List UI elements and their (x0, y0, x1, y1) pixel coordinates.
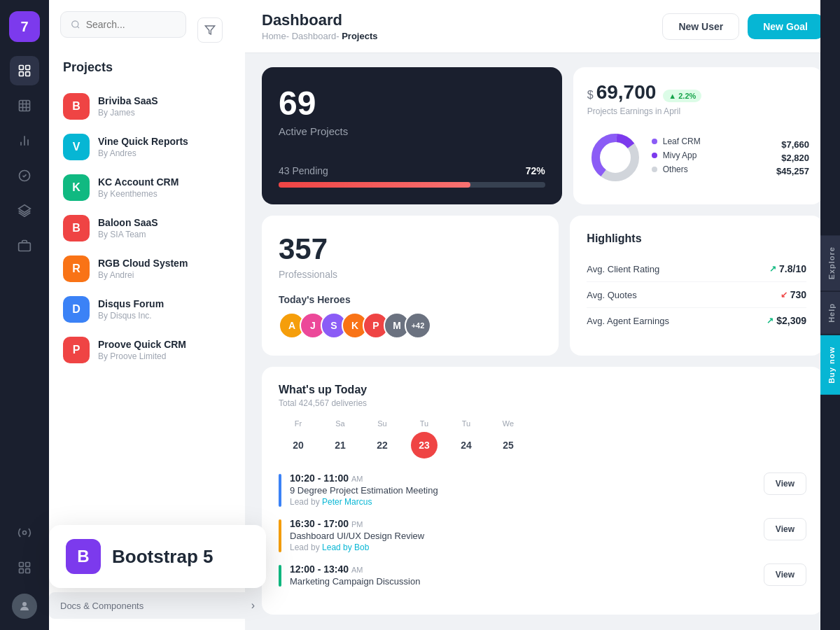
docs-bar[interactable]: Docs & Components › (49, 592, 245, 619)
highlight-label: Avg. Quotes (587, 290, 636, 300)
calendar-day[interactable]: Fr 20 (279, 419, 318, 458)
active-projects-card: 69 Active Projects 43 Pending 72% (262, 67, 562, 204)
event-item: 10:20 - 11:00 AM 9 Degree Project Estima… (279, 472, 806, 507)
events-list: 10:20 - 11:00 AM 9 Degree Project Estima… (279, 472, 806, 587)
project-by: By Andres (98, 148, 231, 158)
new-user-button[interactable]: New User (662, 13, 739, 40)
svg-rect-3 (26, 72, 30, 76)
search-input[interactable] (86, 19, 176, 30)
event-lead: Lead by Lead by Bob (290, 542, 755, 552)
project-logo: D (63, 296, 90, 323)
calendar-day[interactable]: We 25 (489, 419, 528, 458)
event-name: 9 Degree Project Estimation Meeting (290, 485, 755, 496)
sidebar-icon-settings[interactable] (10, 518, 39, 547)
svg-point-8 (23, 531, 27, 535)
user-avatar-number[interactable]: 7 (9, 11, 40, 42)
svg-marker-15 (205, 26, 214, 34)
highlights-card: Highlights Avg. Client Rating ↗ 7.8/10 A… (570, 216, 823, 356)
user-profile-avatar[interactable] (12, 594, 37, 619)
svg-rect-1 (26, 66, 30, 70)
avatar-group: AJSKPM+42 (279, 312, 542, 339)
calendar-day[interactable]: Tu 24 (447, 419, 486, 458)
project-list-item[interactable]: D Disqus Forum By Disqus Inc. (49, 289, 245, 330)
svg-rect-12 (26, 569, 30, 573)
second-row: 357 Professionals Today's Heroes AJSKPM+… (262, 216, 823, 356)
project-list-item[interactable]: P Proove Quick CRM By Proove Limited (49, 330, 245, 370)
tab-buynow[interactable]: Buy now (820, 335, 840, 395)
sidebar-icon-layers[interactable] (10, 196, 39, 225)
project-name: Vine Quick Reports (98, 136, 231, 147)
highlight-row: Avg. Quotes ↙ 730 (587, 282, 806, 308)
project-logo: B (63, 215, 90, 241)
stats-row: 69 Active Projects 43 Pending 72% $ 69,7… (262, 67, 823, 204)
project-by: By James (98, 108, 231, 118)
breadcrumb: Home- Dashboard- Projects (262, 31, 378, 41)
event-view-button[interactable]: View (764, 472, 806, 495)
day-name: Tu (405, 419, 444, 428)
svg-rect-9 (20, 563, 24, 567)
sidebar-icon-chart[interactable] (10, 126, 39, 155)
bootstrap-icon: B (66, 539, 101, 574)
day-name: Fr (279, 419, 318, 428)
heroes-section: Today's Heroes AJSKPM+42 (279, 294, 542, 339)
project-logo: B (63, 93, 90, 120)
event-name: Dashboard UI/UX Design Review (290, 531, 755, 541)
pending-label: 43 Pending (279, 165, 328, 176)
search-bar[interactable] (60, 11, 186, 38)
project-info: RGB Cloud System By Andrei (98, 258, 231, 280)
event-view-button[interactable]: View (764, 518, 806, 540)
highlights-rows: Avg. Client Rating ↗ 7.8/10 Avg. Quotes … (587, 256, 806, 333)
project-list-item[interactable]: V Vine Quick Reports By Andres (49, 127, 245, 167)
project-logo: V (63, 134, 90, 160)
event-bar (279, 474, 281, 507)
sidebar-icon-briefcase[interactable] (10, 231, 39, 260)
event-details: 12:00 - 13:40 AM Marketing Campaign Disc… (290, 564, 755, 587)
top-header: Dashboard Home- Dashboard- Projects New … (245, 0, 840, 53)
earnings-amount: 69,700 (596, 81, 657, 104)
legend-item: Others (652, 164, 768, 174)
professionals-card: 357 Professionals Today's Heroes AJSKPM+… (262, 216, 559, 356)
event-lead-link[interactable]: Peter Marcus (322, 497, 372, 507)
project-by: By Andrei (98, 270, 231, 280)
day-name: Tu (447, 419, 486, 428)
event-time-suffix: AM (351, 566, 363, 574)
earnings-values: $7,660$2,820$45,257 (776, 139, 809, 176)
legend-value: $45,257 (776, 166, 809, 176)
event-lead-link[interactable]: Lead by Bob (322, 542, 369, 552)
tab-help[interactable]: Help (820, 292, 840, 334)
calendar-day[interactable]: Tu 23 (405, 419, 444, 458)
page-title: Dashboard (262, 11, 378, 29)
dashboard-area: 69 Active Projects 43 Pending 72% $ 69,7… (245, 53, 840, 630)
project-list-item[interactable]: K KC Account CRM By Keenthemes (49, 167, 245, 208)
sidebar-icon-check[interactable] (10, 161, 39, 190)
professionals-label: Professionals (279, 269, 542, 280)
new-goal-button[interactable]: New Goal (748, 14, 823, 39)
earnings-badge: ▲ 2.2% (663, 90, 701, 102)
project-list-item[interactable]: R RGB Cloud System By Andrei (49, 248, 245, 289)
legend-value: $7,660 (776, 139, 809, 150)
projects-title: Projects (49, 60, 245, 86)
tab-explore[interactable]: Explore (820, 235, 840, 290)
project-by: By Proove Limited (98, 351, 231, 361)
calendar-day[interactable]: Su 22 (363, 419, 402, 458)
project-list-item[interactable]: B Briviba SaaS By James (49, 86, 245, 127)
svg-point-13 (22, 602, 27, 606)
event-details: 16:30 - 17:00 PM Dashboard UI/UX Design … (290, 518, 755, 552)
project-list-item[interactable]: B Baloon SaaS By SIA Team (49, 208, 245, 248)
active-projects-label: Active Projects (279, 125, 545, 137)
event-name: Marketing Campaign Discussion (290, 576, 755, 587)
sidebar-icon-apps[interactable] (10, 553, 39, 582)
schedule-section: What's up Today Total 424,567 deliveries… (262, 367, 823, 615)
pending-pct: 72% (526, 165, 545, 176)
project-logo: R (63, 255, 90, 282)
svg-rect-2 (20, 72, 24, 76)
trend-up-icon: ↗ (769, 264, 776, 274)
event-view-button[interactable]: View (764, 564, 806, 586)
filter-button[interactable] (197, 18, 223, 43)
highlight-value: ↙ 730 (780, 289, 806, 300)
event-item: 16:30 - 17:00 PM Dashboard UI/UX Design … (279, 518, 806, 552)
calendar-day[interactable]: Sa 21 (321, 419, 360, 458)
sidebar-icon-dashboard[interactable] (10, 56, 39, 85)
highlight-row: Avg. Agent Earnings ↗ $2,309 (587, 308, 806, 333)
sidebar-icon-grid[interactable] (10, 91, 39, 120)
